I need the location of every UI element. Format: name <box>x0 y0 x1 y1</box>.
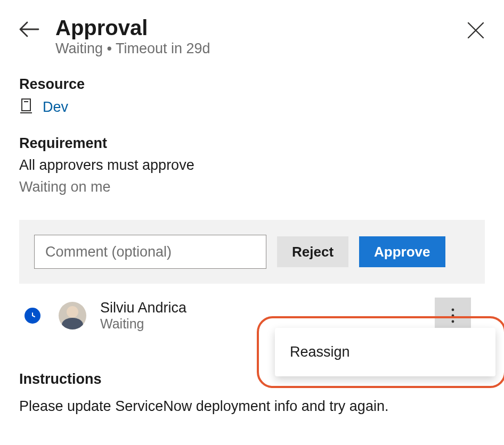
menu-item-reassign[interactable]: Reassign <box>290 344 481 360</box>
popover-outline: Reassign <box>257 316 504 388</box>
back-button[interactable] <box>19 21 39 39</box>
header: Approval Waiting • Timeout in 29d <box>19 16 485 57</box>
avatar <box>59 302 86 329</box>
page-title: Approval <box>55 16 210 39</box>
arrow-left-icon <box>19 21 39 37</box>
popover-highlight: Reassign <box>257 316 504 388</box>
close-icon <box>467 21 485 39</box>
svg-rect-0 <box>22 99 30 111</box>
approver-row: Silviu Andrica Waiting Reassign <box>19 292 485 339</box>
title-block: Approval Waiting • Timeout in 29d <box>55 16 210 57</box>
header-left: Approval Waiting • Timeout in 29d <box>19 16 210 57</box>
svg-rect-1 <box>24 101 28 102</box>
approver-name: Silviu Andrica <box>100 300 186 316</box>
requirement-status: Waiting on me <box>19 179 485 195</box>
requirement-section-title: Requirement <box>19 135 485 152</box>
context-menu: Reassign <box>275 328 495 376</box>
clock-badge <box>25 308 40 324</box>
approver-status: Waiting <box>100 316 186 332</box>
resource-section: Resource Dev <box>19 76 485 116</box>
page-subtitle: Waiting • Timeout in 29d <box>55 40 210 57</box>
comment-input[interactable] <box>34 235 266 269</box>
approve-button[interactable]: Approve <box>359 236 445 267</box>
resource-section-title: Resource <box>19 76 485 93</box>
requirement-section: Requirement All approvers must approve W… <box>19 135 485 195</box>
server-icon <box>19 98 33 116</box>
requirement-policy: All approvers must approve <box>19 157 485 174</box>
clock-icon <box>28 311 37 320</box>
close-button[interactable] <box>467 21 485 42</box>
reject-button[interactable]: Reject <box>277 236 348 267</box>
resource-link[interactable]: Dev <box>43 99 68 116</box>
approver-info: Silviu Andrica Waiting <box>100 300 186 332</box>
instructions-text: Please update ServiceNow deployment info… <box>19 398 485 415</box>
resource-row: Dev <box>19 98 485 116</box>
action-box: Reject Approve <box>19 220 485 284</box>
svg-point-3 <box>452 309 454 311</box>
